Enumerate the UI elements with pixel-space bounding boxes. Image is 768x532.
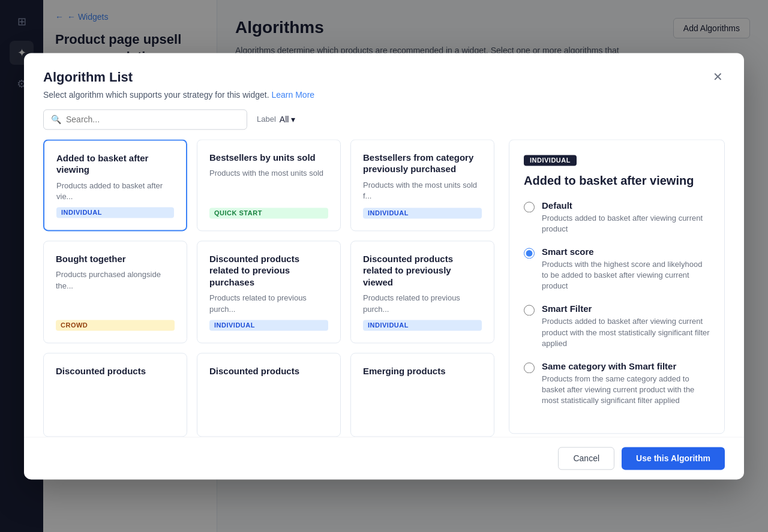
algorithm-card[interactable]: Bought together Products purchased along…	[43, 241, 187, 343]
radio-input[interactable]	[524, 362, 535, 373]
detail-title: Added to basket after viewing	[524, 173, 710, 188]
algo-badge: INDIVIDUAL	[363, 320, 482, 330]
radio-input[interactable]	[524, 202, 535, 212]
algo-card-desc: Products purchased alongside the...	[56, 270, 175, 315]
radio-option[interactable]: Default Products added to basket after v…	[524, 200, 710, 235]
algo-card-desc: Products related to previous purch...	[363, 293, 482, 315]
radio-description: Products with the highest score and like…	[542, 259, 710, 292]
algo-badge: QUICK START	[209, 208, 328, 218]
radio-option[interactable]: Same category with Smart filter Products…	[524, 361, 710, 407]
radio-content: Smart score Products with the highest sc…	[542, 247, 710, 292]
algo-badge: INDIVIDUAL	[56, 207, 174, 218]
label-filter: Label All ▾	[257, 115, 295, 124]
algo-card-title: Discounted products	[209, 365, 328, 377]
label-filter-value: All	[280, 115, 289, 124]
algorithm-card[interactable]: Discounted products related to previous …	[197, 241, 341, 343]
algo-card-desc: Products related to previous purch...	[209, 293, 328, 315]
modal-footer: Cancel Use this Algorithm	[24, 437, 744, 479]
search-input[interactable]	[66, 115, 239, 124]
label-filter-label: Label	[257, 115, 276, 124]
algo-card-title: Bestsellers from category previously pur…	[363, 152, 482, 175]
algorithm-card[interactable]: Discounted products	[43, 353, 187, 437]
algorithm-card[interactable]: Discounted products related to previousl…	[350, 241, 494, 343]
radio-description: Products added to basket after viewing c…	[542, 213, 710, 235]
algorithm-grid: Added to basket after viewing Products a…	[43, 139, 497, 437]
modal-header: Algorithm List Select algorithm which su…	[24, 53, 744, 100]
radio-input[interactable]	[524, 305, 535, 316]
algo-card-title: Bought together	[56, 253, 175, 265]
algo-card-desc: Products added to basket after vie...	[56, 181, 174, 202]
detail-panel: INDIVIDUAL Added to basket after viewing…	[509, 139, 725, 434]
radio-options-container: Default Products added to basket after v…	[524, 200, 710, 407]
modal-body: Added to basket after viewing Products a…	[24, 139, 744, 437]
radio-description: Products added to basket after viewing c…	[542, 317, 710, 350]
algo-card-title: Discounted products related to previous …	[209, 253, 328, 288]
radio-label: Same category with Smart filter	[542, 361, 710, 371]
algo-card-title: Discounted products	[56, 365, 175, 377]
radio-option[interactable]: Smart score Products with the highest sc…	[524, 247, 710, 292]
algo-badge: INDIVIDUAL	[363, 208, 482, 218]
radio-content: Default Products added to basket after v…	[542, 200, 710, 235]
search-box: 🔍	[43, 109, 247, 130]
radio-description: Products from the same category added to…	[542, 374, 710, 407]
cancel-button[interactable]: Cancel	[558, 447, 614, 470]
use-algorithm-button[interactable]: Use this Algorithm	[622, 447, 725, 470]
algo-card-title: Added to basket after viewing	[56, 152, 174, 176]
search-icon: 🔍	[51, 115, 61, 124]
radio-label: Smart score	[542, 247, 710, 257]
modal-learn-more-link[interactable]: Learn More	[272, 90, 315, 100]
algorithm-card[interactable]: Discounted products	[197, 353, 341, 437]
modal-title: Algorithm List	[43, 70, 725, 85]
radio-label: Default	[542, 200, 710, 211]
algorithm-list-modal: Algorithm List Select algorithm which su…	[24, 53, 744, 479]
radio-content: Smart Filter Products added to basket af…	[542, 304, 710, 350]
algo-card-desc: Products with the most units sold f...	[363, 180, 482, 203]
algorithm-card[interactable]: Bestsellers by units sold Products with …	[197, 139, 341, 231]
radio-content: Same category with Smart filter Products…	[542, 361, 710, 407]
radio-label: Smart Filter	[542, 304, 710, 314]
algo-card-title: Discounted products related to previousl…	[363, 253, 482, 288]
radio-option[interactable]: Smart Filter Products added to basket af…	[524, 304, 710, 350]
algorithm-card[interactable]: Added to basket after viewing Products a…	[43, 139, 187, 231]
chevron-down-icon: ▾	[291, 115, 295, 124]
algo-card-desc: Products with the most units sold	[209, 168, 328, 203]
algo-card-title: Emerging products	[363, 365, 482, 377]
modal-subtitle: Select algorithm which supports your str…	[43, 90, 725, 100]
modal-close-button[interactable]: ✕	[708, 67, 727, 86]
detail-badge: INDIVIDUAL	[524, 155, 577, 166]
modal-toolbar: 🔍 Label All ▾	[24, 100, 744, 139]
algo-card-title: Bestsellers by units sold	[209, 152, 328, 164]
algorithm-card[interactable]: Emerging products	[350, 353, 494, 437]
algo-badge: CROWD	[56, 320, 175, 330]
algo-badge: INDIVIDUAL	[209, 320, 328, 330]
algorithm-card[interactable]: Bestsellers from category previously pur…	[350, 139, 494, 231]
radio-input[interactable]	[524, 248, 535, 259]
label-filter-select[interactable]: All ▾	[280, 115, 296, 124]
